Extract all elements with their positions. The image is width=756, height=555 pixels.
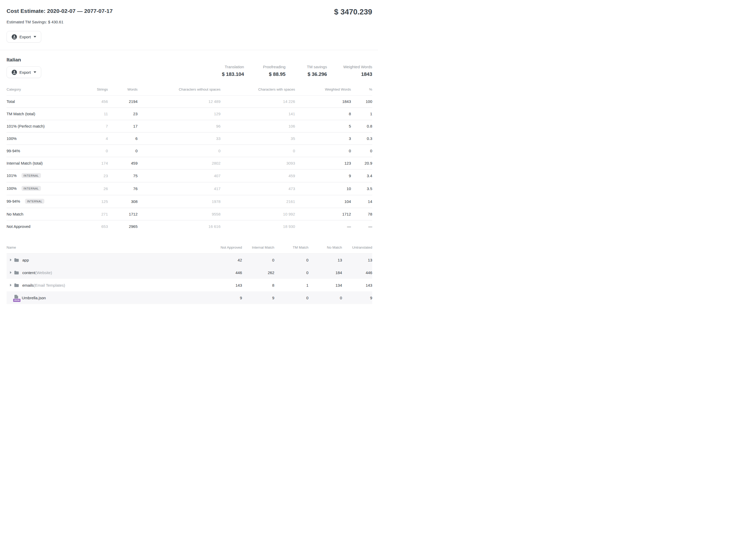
export-button-label: Export (19, 70, 31, 75)
category-label: Total (7, 95, 82, 108)
language-section-header: Italian Export Translation $ 183.104 Pro… (7, 57, 372, 78)
page-title: Cost Estimate: 2020-02-07 — 2077-07-17 (7, 8, 113, 14)
col-weighted-words: Weighted Words (295, 84, 351, 95)
table-row: 100% 4 6 33 35 3 0.3 (7, 132, 372, 145)
category-label: Internal Match (total) (7, 157, 82, 169)
col-chars-with-spaces: Characters with spaces (221, 84, 295, 95)
expand-arrow-icon[interactable] (10, 271, 11, 274)
language-header-left: Italian Export (7, 57, 41, 78)
table-row: Total 456 2194 12 489 14 226 1843 100 (7, 95, 372, 108)
files-table: Name Not Approved Internal Match TM Matc… (7, 242, 372, 304)
download-icon (11, 34, 17, 40)
export-button-label: Export (19, 35, 31, 39)
stat-label: Proofreading (260, 65, 285, 69)
file-suffix: (Website) (35, 270, 52, 275)
cost-stats: Translation $ 183.104 Proofreading $ 88.… (203, 65, 372, 78)
col-category: Category (7, 84, 82, 95)
folder-icon (14, 283, 19, 288)
stat-weighted-words: Weighted Words 1843 (343, 65, 372, 77)
table-row: 100% INTERNAL 26 76 417 473 10 3.5 (7, 182, 372, 195)
chevron-down-icon (34, 72, 36, 73)
file-name: Umbrella.json (22, 296, 46, 300)
file-name: content (22, 270, 35, 275)
file-row-app[interactable]: app 42 0 0 13 13 (7, 254, 372, 266)
report-header-left: Cost Estimate: 2020-02-07 — 2077-07-17 E… (7, 8, 113, 43)
file-suffix: (Email Templates) (34, 283, 65, 288)
category-label: 101% (Perfect match) (7, 120, 82, 132)
total-price: $ 3470.239 (334, 8, 372, 16)
file-name: emails (22, 283, 34, 288)
table-row: 101% INTERNAL 23 75 407 459 9 3.4 (7, 169, 372, 182)
stat-label: TM savings (302, 65, 327, 69)
file-row-umbrella-json[interactable]: JSON Umbrella.json 9 9 0 0 9 (7, 291, 372, 304)
stat-label: Translation (219, 65, 244, 69)
section-divider (0, 50, 378, 50)
category-label: TM Match (total) (7, 108, 82, 120)
stat-proofreading: Proofreading $ 88.95 (260, 65, 285, 77)
table-row: No Match 271 1712 9558 10 992 1712 78 (7, 208, 372, 220)
category-label: 100% (7, 186, 16, 190)
table-row: 101% (Perfect match) 7 17 96 106 5 0.8 (7, 120, 372, 132)
file-row-content[interactable]: content(Website) 446 262 0 184 446 (7, 266, 372, 279)
table-row: 99-94% INTERNAL 125 308 1978 2161 104 14 (7, 195, 372, 208)
internal-badge: INTERNAL (25, 199, 44, 204)
col-internal-match: Internal Match (242, 242, 274, 254)
stat-tm-savings: TM savings $ 36.296 (302, 65, 327, 77)
table-row: Internal Match (total) 174 459 2802 3093… (7, 157, 372, 169)
internal-badge: INTERNAL (21, 186, 41, 191)
col-percent: % (351, 84, 372, 95)
col-not-approved: Not Approved (203, 242, 242, 254)
table-row: 99-94% 0 0 0 0 0 0 (7, 145, 372, 157)
folder-icon (14, 258, 19, 262)
json-type-badge: JSON (13, 299, 21, 302)
category-label: Not Approved (7, 220, 82, 232)
expand-arrow-icon[interactable] (10, 259, 11, 261)
tm-savings-subtitle: Estimated TM Savings: $ 430.61 (7, 20, 113, 24)
category-table: Category Strings Words Characters withou… (7, 84, 372, 232)
stat-label: Weighted Words (343, 65, 372, 69)
col-chars-without-spaces: Characters without spaces (138, 84, 221, 95)
table-row: TM Match (total) 11 23 129 141 8 1 (7, 108, 372, 120)
col-untranslated: Untranslated (342, 242, 372, 254)
internal-badge: INTERNAL (21, 173, 41, 178)
expand-arrow-icon[interactable] (10, 284, 11, 287)
stat-translation: Translation $ 183.104 (219, 65, 244, 77)
folder-icon (14, 270, 19, 275)
stat-value: $ 183.104 (219, 72, 244, 77)
file-row-emails[interactable]: emails(Email Templates) 143 8 1 134 143 (7, 279, 372, 291)
stat-value: $ 36.296 (302, 72, 327, 77)
json-file-icon: JSON (14, 295, 18, 301)
file-name: app (22, 258, 29, 262)
col-strings: Strings (82, 84, 108, 95)
category-label: No Match (7, 208, 82, 220)
export-report-button[interactable]: Export (7, 31, 41, 43)
category-label: 100% (7, 132, 82, 145)
category-label: 99-94% (7, 199, 20, 204)
category-table-header-row: Category Strings Words Characters withou… (7, 84, 372, 95)
stat-value: $ 88.95 (260, 72, 285, 77)
col-words: Words (108, 84, 138, 95)
report-header: Cost Estimate: 2020-02-07 — 2077-07-17 E… (7, 8, 372, 43)
stat-value: 1843 (343, 72, 372, 77)
col-name: Name (7, 242, 203, 254)
chevron-down-icon (34, 36, 36, 38)
download-icon (11, 70, 17, 75)
col-no-match: No Match (308, 242, 342, 254)
category-label: 99-94% (7, 145, 82, 157)
language-name: Italian (7, 57, 41, 63)
table-row: Not Approved 653 2965 16 616 18 930 — — (7, 220, 372, 232)
files-table-header-row: Name Not Approved Internal Match TM Matc… (7, 242, 372, 254)
cost-estimate-page: Cost Estimate: 2020-02-07 — 2077-07-17 E… (0, 0, 378, 307)
export-language-button[interactable]: Export (7, 67, 41, 78)
col-tm-match: TM Match (274, 242, 308, 254)
category-label: 101% (7, 173, 16, 178)
